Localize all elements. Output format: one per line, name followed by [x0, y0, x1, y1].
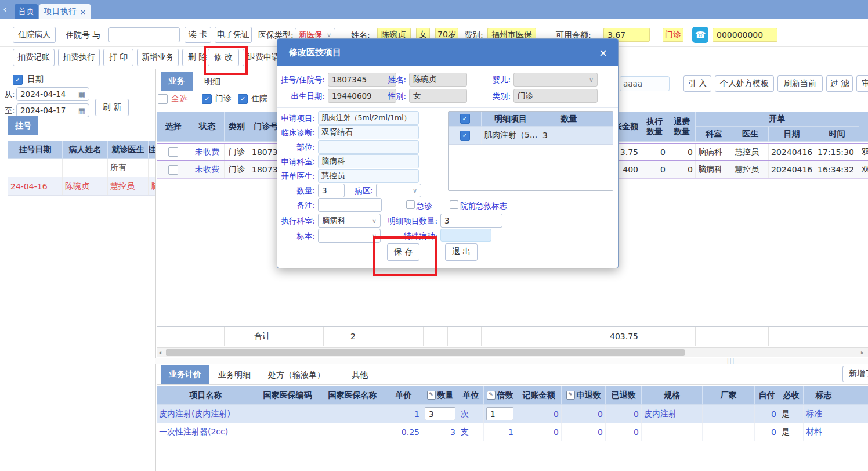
modify-button[interactable]: 修 改: [208, 49, 239, 66]
col-order-time: 时间: [829, 129, 845, 139]
calendar-icon[interactable]: ▦: [76, 106, 85, 115]
remark-field[interactable]: [318, 198, 382, 212]
outpatient-checkbox-group[interactable]: ✓ 门诊: [202, 94, 232, 104]
splitter-grip[interactable]: |||: [727, 358, 735, 364]
quantity-field[interactable]: 3: [318, 184, 345, 197]
col-item-name: 项目名称: [190, 390, 222, 400]
phone-icon[interactable]: ☎: [692, 27, 708, 43]
scroll-left-icon[interactable]: ◂: [158, 349, 161, 355]
save-button[interactable]: 保 存: [387, 243, 419, 261]
prehospital-checkbox[interactable]: [450, 200, 458, 209]
deduct-account-button[interactable]: 扣费记账: [13, 49, 55, 66]
read-card-button[interactable]: 读 卡: [185, 27, 211, 43]
body-part-field[interactable]: [318, 140, 419, 154]
registration-row[interactable]: 24-04-16 陈碗贞 慧控员 脑: [8, 177, 155, 196]
add-business-button[interactable]: 新增业务: [137, 49, 179, 66]
horizontal-scrollbar[interactable]: ◂ ▸: [157, 347, 868, 357]
filter-button[interactable]: 过 滤: [826, 75, 853, 92]
main-tab-detail[interactable]: 明细: [204, 77, 220, 87]
detail-qty-cell: 3: [542, 131, 548, 140]
row-select-checkbox[interactable]: [168, 147, 178, 157]
audit-button[interactable]: 审 核: [856, 75, 868, 92]
apply-dept-field[interactable]: 脑病科: [318, 154, 419, 168]
collapse-chevron-icon[interactable]: ‹: [3, 3, 7, 15]
inpatient-checkbox-group[interactable]: ✓ 住院: [238, 94, 267, 104]
refresh-current-button[interactable]: 刷新当前: [777, 75, 823, 92]
date-filter-row: ✓ 日期: [13, 74, 44, 85]
scrollbar-thumb[interactable]: [166, 349, 685, 356]
tab-close-icon[interactable]: ×: [80, 8, 86, 16]
evoucher-label: 电子凭证: [217, 30, 249, 40]
tab-home-label: 首页: [18, 6, 34, 17]
pricing-row-selected[interactable]: 皮内注射(皮内注射) 1 3 次 1 0 0 0 皮内注射 0 是 标准: [157, 405, 868, 423]
emergency-checkbox[interactable]: [406, 200, 415, 209]
outpatient-checkbox[interactable]: ✓: [202, 94, 212, 104]
exit-button[interactable]: 退 出: [445, 243, 478, 261]
inpatient-patient-button[interactable]: 住院病人: [13, 27, 56, 43]
calendar-icon[interactable]: ▦: [76, 90, 85, 99]
row-time: 17:15:30: [818, 148, 854, 157]
emergency-label: 急诊: [417, 201, 440, 211]
tab-project-exec[interactable]: 项目执行 ×: [39, 4, 91, 19]
registration-filter-row[interactable]: 所有: [8, 159, 155, 177]
col-account-amount: 记账金额: [523, 390, 555, 400]
save-label: 保 存: [394, 247, 413, 257]
exec-dept-select[interactable]: 脑病科 ∨: [318, 214, 381, 228]
main-tab-business[interactable]: 业务: [161, 72, 193, 91]
dialog-title-bar[interactable]: 修改医技项目 ×: [277, 39, 618, 66]
cell-account-amount: 0: [554, 409, 559, 419]
pricing-row[interactable]: 一次性注射器(2cc) 0.25 3 支 1 0 0 0 0 是 材料: [157, 423, 868, 441]
chevron-down-icon: ∨: [587, 76, 594, 84]
bottom-tab-detail[interactable]: 业务明细: [218, 370, 251, 380]
detail-header-checkbox[interactable]: ✓: [460, 114, 470, 124]
detail-row-checkbox[interactable]: ✓: [460, 131, 470, 141]
col-type: 类别: [229, 121, 245, 131]
delete-label: 删 除: [188, 52, 207, 63]
inpatient-no-input[interactable]: [108, 27, 180, 42]
evoucher-button[interactable]: 电子凭证: [215, 27, 252, 43]
bottom-tab-other[interactable]: 其他: [352, 370, 368, 380]
deduct-exec-button[interactable]: 扣费执行: [58, 49, 100, 66]
bottom-tab-pricing[interactable]: 业务计价: [161, 365, 209, 384]
registration-table-header: 挂号日期 病人姓名 就诊医生 挂: [8, 141, 155, 159]
total-row: 合计 2 403.75: [157, 326, 868, 346]
date-from-input[interactable]: 2024-04-14 ▦: [16, 87, 89, 101]
apply-item-field[interactable]: 肌肉注射（5ml/2ml/1ml）: [318, 111, 419, 125]
detail-item-row[interactable]: ✓ 肌肉注射（5... 3: [449, 127, 613, 145]
splitter-bar[interactable]: |||: [155, 358, 868, 364]
row-select-checkbox[interactable]: [168, 165, 178, 175]
import-button[interactable]: 引 入: [683, 75, 711, 92]
refresh-button[interactable]: 刷 新: [95, 99, 129, 116]
specimen-select[interactable]: ∨: [318, 229, 381, 243]
scroll-right-icon[interactable]: ▸: [861, 349, 864, 355]
add-sub-item-button[interactable]: 新增子: [842, 366, 868, 382]
qty-input[interactable]: 3: [425, 407, 455, 420]
date-filter-checkbox[interactable]: ✓: [13, 75, 23, 85]
select-all-checkbox[interactable]: [158, 94, 168, 104]
multiple-input[interactable]: 1: [486, 407, 513, 420]
personal-template-button[interactable]: 个人处方模板: [715, 75, 774, 92]
detail-qty-field[interactable]: 3: [440, 214, 502, 228]
diagnosis-field[interactable]: 双肾结石: [318, 125, 419, 139]
select-all-checkbox-group[interactable]: 全选: [158, 94, 187, 104]
inpatient-checkbox[interactable]: ✓: [238, 94, 248, 104]
print-button[interactable]: 打 印: [103, 49, 133, 66]
order-doctor-field[interactable]: 慧控员: [318, 169, 419, 183]
search-value: aaaa: [623, 79, 642, 88]
tab-home[interactable]: 首页: [15, 4, 38, 19]
ward-select[interactable]: ∨: [376, 184, 421, 197]
baby-select[interactable]: ∨: [513, 73, 598, 87]
search-input[interactable]: aaaa: [620, 76, 670, 91]
order-doctor-value: 慧控员: [321, 171, 345, 181]
sidebar-tab-registration[interactable]: 挂号: [8, 116, 38, 135]
bottom-tab-prescription[interactable]: 处方（输液单）: [268, 370, 325, 380]
date-to-input[interactable]: 2024-04-17 ▦: [16, 103, 89, 117]
col-diag-clipped: [859, 112, 868, 142]
filter-all[interactable]: 所有: [110, 163, 126, 173]
cell-refund-apply: 0: [598, 409, 603, 419]
col-doctor: 就诊医生: [112, 145, 144, 154]
dialog-close-icon[interactable]: ×: [599, 46, 607, 59]
total-qty: 2: [350, 332, 356, 341]
ward-label: 病区:: [347, 186, 373, 196]
special-disease-field[interactable]: [440, 229, 491, 242]
